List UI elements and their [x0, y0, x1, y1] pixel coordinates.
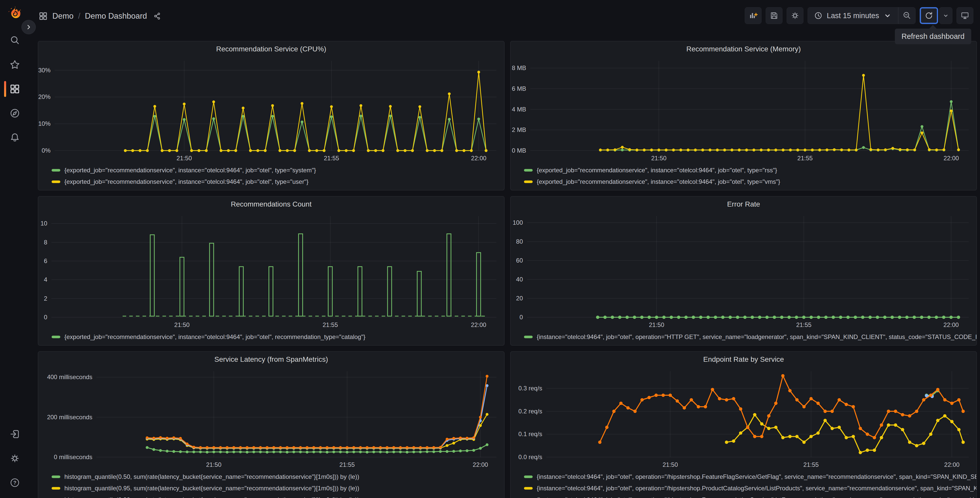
data-point[interactable]: [804, 148, 807, 152]
data-point[interactable]: [704, 405, 707, 408]
data-point[interactable]: [891, 316, 894, 319]
data-point[interactable]: [396, 149, 399, 152]
data-point[interactable]: [366, 446, 368, 449]
data-point[interactable]: [330, 105, 333, 108]
data-point[interactable]: [873, 449, 876, 452]
data-point[interactable]: [694, 148, 697, 152]
data-point[interactable]: [315, 149, 318, 152]
data-point[interactable]: [192, 450, 195, 453]
data-point[interactable]: [259, 450, 262, 453]
zoom-out-button[interactable]: [899, 7, 915, 24]
data-point[interactable]: [392, 450, 395, 453]
data-point[interactable]: [439, 450, 442, 453]
data-point[interactable]: [345, 149, 348, 152]
data-point[interactable]: [847, 148, 850, 152]
data-point[interactable]: [718, 397, 721, 401]
legend-swatch[interactable]: [52, 476, 60, 478]
data-point[interactable]: [640, 316, 644, 319]
data-point[interactable]: [412, 446, 415, 449]
legend-label[interactable]: {exported_job="recommendationservice", i…: [64, 334, 365, 340]
data-point[interactable]: [788, 389, 792, 393]
data-point[interactable]: [448, 92, 451, 95]
data-point[interactable]: [598, 441, 601, 444]
data-point[interactable]: [950, 109, 953, 112]
data-point[interactable]: [962, 441, 965, 444]
data-point[interactable]: [479, 447, 482, 450]
data-point[interactable]: [627, 406, 630, 410]
data-point[interactable]: [605, 426, 609, 429]
data-point[interactable]: [949, 316, 953, 319]
panel-title-reco-count[interactable]: Recommendations Count: [38, 196, 504, 212]
data-point[interactable]: [650, 148, 653, 152]
chart-area-cpu[interactable]: 21:5021:5522:000%10%20%30%: [38, 57, 504, 163]
data-point[interactable]: [466, 437, 469, 439]
data-point[interactable]: [743, 316, 746, 319]
data-point[interactable]: [619, 402, 623, 405]
data-point[interactable]: [908, 414, 911, 417]
chart-area-latency[interactable]: 21:5021:5522:000 milliseconds200 millise…: [38, 367, 504, 470]
data-point[interactable]: [172, 450, 175, 453]
legend-label[interactable]: {exported_job="recommendationservice", i…: [537, 178, 780, 185]
data-point[interactable]: [894, 410, 897, 413]
data-point[interactable]: [767, 414, 770, 417]
data-point[interactable]: [665, 148, 668, 152]
data-point[interactable]: [862, 74, 865, 77]
data-point[interactable]: [906, 148, 909, 151]
data-point[interactable]: [957, 398, 961, 402]
data-point[interactable]: [227, 149, 230, 152]
timeseries-svg-latency[interactable]: 21:5021:5522:000 milliseconds200 millise…: [38, 367, 504, 470]
data-point[interactable]: [830, 427, 834, 430]
refresh-interval-dropdown[interactable]: [939, 7, 952, 24]
data-point[interactable]: [935, 148, 938, 152]
data-point[interactable]: [452, 450, 455, 453]
data-point[interactable]: [379, 450, 382, 453]
data-point[interactable]: [746, 426, 749, 429]
data-point[interactable]: [286, 451, 288, 453]
data-point[interactable]: [256, 149, 259, 152]
data-point[interactable]: [606, 148, 609, 152]
timeseries-svg-cpu[interactable]: 21:5021:5522:000%10%20%30%: [38, 57, 504, 163]
panel-title-cpu[interactable]: Recommendation Service (CPU%): [38, 42, 504, 57]
data-point[interactable]: [386, 446, 388, 449]
data-point[interactable]: [301, 102, 304, 105]
series-line-yellow[interactable]: [727, 415, 963, 452]
data-point[interactable]: [789, 148, 792, 152]
data-point[interactable]: [319, 446, 322, 449]
data-point[interactable]: [957, 148, 960, 151]
data-point[interactable]: [915, 444, 918, 447]
data-point[interactable]: [252, 450, 255, 453]
data-point[interactable]: [279, 450, 282, 453]
data-point[interactable]: [404, 149, 406, 152]
data-point[interactable]: [124, 149, 127, 152]
data-point[interactable]: [618, 316, 621, 319]
legend-swatch[interactable]: [524, 336, 533, 338]
panel-title-error-rate[interactable]: Error Rate: [511, 196, 977, 212]
data-point[interactable]: [739, 431, 742, 434]
data-point[interactable]: [809, 435, 813, 438]
data-point[interactable]: [418, 116, 421, 119]
grafana-logo[interactable]: [7, 6, 22, 21]
data-point[interactable]: [883, 316, 886, 319]
data-point[interactable]: [308, 149, 311, 152]
data-point[interactable]: [795, 316, 798, 319]
data-point[interactable]: [697, 405, 700, 408]
legend-label[interactable]: histogram_quantile(0.50, sum(rate(latenc…: [64, 473, 359, 480]
data-point[interactable]: [753, 435, 756, 438]
legend-swatch[interactable]: [524, 169, 533, 172]
data-point[interactable]: [788, 316, 791, 319]
data-point[interactable]: [725, 441, 728, 444]
data-point[interactable]: [802, 441, 806, 444]
add-panel-button[interactable]: [745, 7, 762, 24]
data-point[interactable]: [379, 446, 382, 449]
chart-area-memory[interactable]: 21:5021:5522:000 MB2 MB4 MB6 MB8 MB: [511, 57, 977, 163]
data-point[interactable]: [709, 148, 711, 152]
data-point[interactable]: [183, 102, 186, 105]
data-point[interactable]: [226, 446, 229, 449]
data-point[interactable]: [921, 131, 923, 134]
data-point[interactable]: [662, 394, 665, 397]
data-point[interactable]: [239, 446, 242, 449]
data-point[interactable]: [319, 450, 322, 453]
data-point[interactable]: [411, 149, 414, 152]
data-point[interactable]: [760, 435, 764, 438]
data-point[interactable]: [901, 428, 904, 431]
